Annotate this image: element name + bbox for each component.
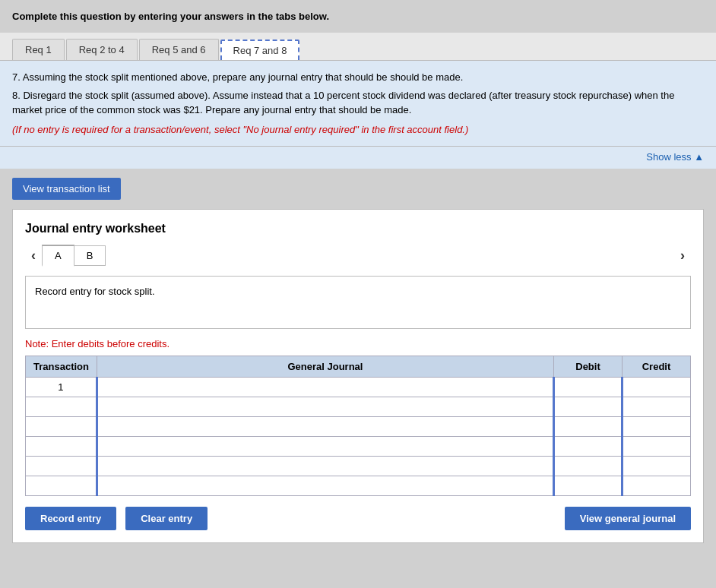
journal-cell-5[interactable] bbox=[97, 457, 553, 476]
credit-input-5[interactable] bbox=[623, 457, 690, 476]
credit-cell-3[interactable] bbox=[623, 417, 691, 437]
journal-cell-3[interactable] bbox=[97, 417, 553, 437]
tab-req2to4[interactable]: Req 2 to 4 bbox=[66, 39, 138, 60]
ws-tab-b[interactable]: B bbox=[74, 245, 106, 266]
table-row bbox=[26, 476, 691, 496]
header-transaction: Transaction bbox=[26, 356, 97, 378]
debit-cell-5[interactable] bbox=[554, 457, 623, 476]
credit-cell-4[interactable] bbox=[623, 437, 691, 457]
credit-input-4[interactable] bbox=[623, 437, 690, 456]
credit-input-2[interactable] bbox=[623, 397, 690, 416]
debit-cell-2[interactable] bbox=[554, 397, 623, 417]
journal-cell-6[interactable] bbox=[97, 476, 553, 496]
next-arrow[interactable]: › bbox=[674, 245, 691, 267]
main-tabs: Req 1 Req 2 to 4 Req 5 and 6 Req 7 and 8 bbox=[0, 33, 716, 61]
credit-input-1[interactable] bbox=[623, 378, 690, 397]
tab-req7and8[interactable]: Req 7 and 8 bbox=[220, 40, 300, 60]
credit-cell-2[interactable] bbox=[623, 397, 691, 417]
credit-cell-1[interactable] bbox=[623, 378, 691, 397]
debit-input-1[interactable] bbox=[555, 378, 621, 397]
debit-input-6[interactable] bbox=[555, 476, 621, 495]
journal-input-4[interactable] bbox=[98, 437, 553, 456]
show-less-link[interactable]: Show less ▲ bbox=[646, 151, 704, 163]
worksheet-container: Journal entry worksheet ‹ A B › Record e… bbox=[12, 209, 704, 543]
table-row bbox=[26, 417, 691, 437]
credit-cell-5[interactable] bbox=[623, 457, 691, 476]
transaction-num-4 bbox=[26, 437, 97, 457]
journal-input-6[interactable] bbox=[98, 476, 553, 495]
view-general-journal-button[interactable]: View general journal bbox=[565, 507, 691, 530]
table-row: 1 bbox=[26, 378, 691, 397]
debit-cell-1[interactable] bbox=[554, 378, 623, 397]
show-less-section: Show less ▲ bbox=[0, 147, 716, 169]
record-entry-button[interactable]: Record entry bbox=[25, 507, 116, 530]
journal-input-5[interactable] bbox=[98, 457, 553, 476]
tab-req1[interactable]: Req 1 bbox=[12, 39, 65, 60]
info-red-note: (If no entry is required for a transacti… bbox=[12, 122, 704, 138]
header-debit: Debit bbox=[554, 356, 623, 378]
debit-cell-3[interactable] bbox=[554, 417, 623, 437]
transaction-num-1: 1 bbox=[26, 378, 97, 397]
debit-input-5[interactable] bbox=[555, 457, 621, 476]
transaction-num-6 bbox=[26, 476, 97, 496]
worksheet-title: Journal entry worksheet bbox=[25, 222, 691, 236]
table-row bbox=[26, 397, 691, 417]
credit-cell-6[interactable] bbox=[623, 476, 691, 496]
worksheet-tabs-row: ‹ A B › bbox=[25, 245, 691, 267]
debit-input-4[interactable] bbox=[555, 437, 621, 456]
debit-credit-note: Note: Enter debits before credits. bbox=[25, 338, 691, 349]
journal-input-3[interactable] bbox=[98, 417, 553, 436]
ws-tab-a[interactable]: A bbox=[42, 245, 74, 267]
table-row bbox=[26, 437, 691, 457]
debit-cell-4[interactable] bbox=[554, 437, 623, 457]
debit-input-3[interactable] bbox=[555, 417, 621, 436]
journal-table: Transaction General Journal Debit Credit… bbox=[25, 356, 691, 496]
clear-entry-button[interactable]: Clear entry bbox=[125, 507, 208, 530]
info-line1: 7. Assuming the stock split mentioned ab… bbox=[12, 70, 704, 85]
header-general-journal: General Journal bbox=[97, 356, 553, 378]
journal-cell-1[interactable] bbox=[97, 378, 553, 397]
journal-cell-2[interactable] bbox=[97, 397, 553, 417]
credit-input-6[interactable] bbox=[623, 476, 690, 495]
action-buttons: Record entry Clear entry View general jo… bbox=[25, 507, 691, 530]
header-credit: Credit bbox=[623, 356, 691, 378]
transaction-num-2 bbox=[26, 397, 97, 417]
journal-cell-4[interactable] bbox=[97, 437, 553, 457]
view-transaction-button[interactable]: View transaction list bbox=[12, 178, 121, 200]
view-transaction-section: View transaction list bbox=[12, 178, 121, 200]
table-row bbox=[26, 457, 691, 476]
prev-arrow[interactable]: ‹ bbox=[25, 245, 42, 267]
debit-input-2[interactable] bbox=[555, 397, 621, 416]
info-box: 7. Assuming the stock split mentioned ab… bbox=[0, 61, 716, 147]
journal-input-1[interactable] bbox=[98, 378, 553, 397]
transaction-num-5 bbox=[26, 457, 97, 476]
debit-cell-6[interactable] bbox=[554, 476, 623, 496]
info-line2: 8. Disregard the stock split (assumed ab… bbox=[12, 88, 704, 118]
page-instruction: Complete this question by entering your … bbox=[0, 0, 716, 33]
journal-input-2[interactable] bbox=[98, 397, 553, 416]
tab-req5and6[interactable]: Req 5 and 6 bbox=[139, 39, 219, 60]
transaction-num-3 bbox=[26, 417, 97, 437]
credit-input-3[interactable] bbox=[623, 417, 690, 436]
entry-description: Record entry for stock split. bbox=[25, 276, 691, 329]
